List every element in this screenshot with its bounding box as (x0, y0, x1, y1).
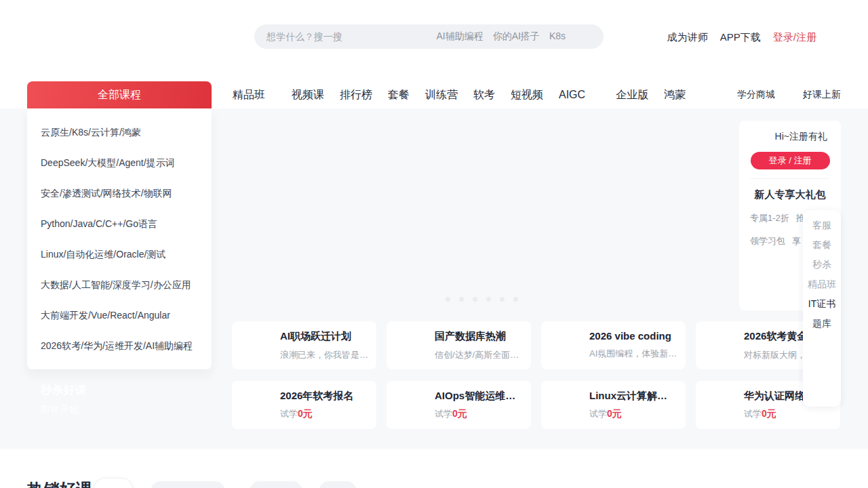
card-title: 国产数据库热潮 (435, 330, 524, 343)
hot-keyword[interactable]: K8s (549, 30, 566, 43)
nav-item[interactable]: 套餐 (388, 88, 410, 102)
divider (751, 178, 829, 179)
page: AI辅助编程 你的AI搭子 K8s 成为讲师 APP下载 登录/注册 全部课程 … (0, 0, 868, 488)
carousel-dot[interactable] (459, 297, 464, 302)
trial-card[interactable]: Linux云计算解… 试学0元 (541, 381, 686, 429)
card-subtitle: AI氛围编程，体验新… (589, 348, 679, 360)
secondary-nav: 学分商城 好课上新 (737, 81, 841, 108)
sidebar-item-cloud-native[interactable]: 云原生/K8s/云计算/鸿蒙 (27, 117, 212, 148)
carousel-dot[interactable] (473, 297, 477, 302)
nav-item[interactable]: 排行榜 (340, 88, 372, 102)
bottom-tab[interactable] (250, 481, 302, 488)
header-links: 成为讲师 APP下载 登录/注册 (667, 31, 816, 44)
course-card-grid: AI职场跃迁计划 浪潮已来，你我皆是… 国产数据库热潮 信创/达梦/高斯全面… … (232, 321, 840, 429)
sidebar-item-frontend[interactable]: 大前端开发/Vue/React/Angular (27, 300, 212, 331)
main-nav: 精品班 视频课 排行榜 套餐 训练营 软考 短视频 AIGC 企业版 鸿蒙 (233, 81, 686, 108)
nav-item[interactable]: 软考 (473, 88, 495, 102)
gift-title: 新人专享大礼包 (739, 188, 841, 201)
login-greeting: Hi~注册有礼 (739, 131, 841, 143)
sidebar-item-deepseek[interactable]: DeepSeek/大模型/Agent/提示词 (27, 148, 212, 178)
card-title: 2026 vibe coding (589, 330, 679, 342)
float-menu-item-premium[interactable]: 精品班 (803, 279, 841, 299)
float-menu-item-it-cert[interactable]: IT证书 (803, 299, 841, 319)
trial-label: 试学 (589, 409, 607, 419)
sidebar-item-softexam[interactable]: 2026软考/华为/运维开发/AI辅助编程 (27, 331, 212, 361)
login-register-button[interactable]: 登录 / 注册 (751, 152, 830, 169)
seckill-title: 秒杀好课 (41, 382, 87, 398)
login-register-link[interactable]: 登录/注册 (773, 31, 816, 44)
nav-item[interactable]: 视频课 (292, 88, 324, 102)
carousel-dot[interactable] (486, 297, 491, 302)
carousel-dot[interactable] (446, 297, 450, 302)
float-menu-item-service[interactable]: 客服 (803, 220, 841, 240)
featured-card[interactable]: AI职场跃迁计划 浪潮已来，你我皆是… (232, 321, 376, 369)
bottom-tab[interactable] (319, 481, 357, 488)
trial-label: 试学 (744, 409, 762, 419)
nav-item[interactable]: AIGC (559, 89, 585, 101)
card-title: Linux云计算解… (589, 390, 679, 403)
trial-price: 0元 (762, 408, 776, 419)
card-subtitle: 信创/达梦/高斯全面… (435, 349, 524, 361)
credit-mall-link[interactable]: 学分商城 (737, 89, 775, 101)
float-menu-item-bundle[interactable]: 套餐 (803, 240, 841, 260)
trial-price: 0元 (298, 408, 313, 419)
nav-item[interactable]: 精品班 (233, 88, 265, 102)
sidebar-item-languages[interactable]: Python/Java/C/C++/Go语言 (27, 209, 212, 239)
sidebar-item-linux[interactable]: Linux/自动化运维/Oracle/测试 (27, 239, 212, 270)
search-bar: AI辅助编程 你的AI搭子 K8s (254, 24, 604, 49)
sidebar-item-security[interactable]: 安全/渗透测试/网络技术/物联网 (27, 178, 212, 209)
hot-keyword[interactable]: 你的AI搭子 (493, 30, 540, 43)
sidebar-item-bigdata[interactable]: 大数据/人工智能/深度学习/办公应用 (27, 270, 212, 300)
become-teacher-link[interactable]: 成为讲师 (667, 31, 708, 44)
float-menu-item-question-bank[interactable]: 题库 (803, 319, 841, 338)
trial-card[interactable]: AIOps智能运维… 试学0元 (387, 381, 531, 429)
benefit-label: 领学习包 (750, 235, 785, 247)
search-input[interactable] (267, 31, 436, 42)
new-courses-link[interactable]: 好课上新 (803, 89, 841, 101)
nav-item[interactable]: 训练营 (425, 88, 458, 102)
card-title: AIOps智能运维… (435, 390, 524, 403)
carousel-dots (446, 297, 518, 302)
hot-courses-heading: 热销好课 (27, 479, 92, 488)
trial-label: 试学 (280, 409, 298, 419)
floating-side-menu: 客服 套餐 秒杀 精品班 IT证书 题库 (803, 210, 841, 407)
benefit-action: 享 (792, 235, 801, 247)
app-download-link[interactable]: APP下载 (720, 31, 761, 44)
bottom-tab-active[interactable] (94, 478, 133, 488)
trial-card[interactable]: 2026年软考报名 试学0元 (232, 381, 376, 429)
nav-item[interactable]: 短视频 (511, 88, 543, 102)
featured-card[interactable]: 国产数据库热潮 信创/达梦/高斯全面… (387, 321, 531, 369)
seckill-countdown: 即将开始:: (41, 404, 87, 416)
benefit-label: 专属1-2折 (750, 212, 789, 224)
seckill-banner: 秒杀好课 即将开始:: (41, 382, 87, 416)
trial-price: 0元 (607, 408, 622, 419)
featured-card[interactable]: 2026 vibe coding AI氛围编程，体验新… (541, 321, 686, 369)
card-title: 2026年软考报名 (280, 390, 370, 403)
float-menu-item-seckill[interactable]: 秒杀 (803, 260, 841, 279)
bottom-tab[interactable] (151, 481, 225, 488)
category-sidebar: 云原生/K8s/云计算/鸿蒙 DeepSeek/大模型/Agent/提示词 安全… (27, 108, 212, 369)
card-subtitle: 浪潮已来，你我皆是… (280, 349, 370, 361)
carousel-dot[interactable] (500, 297, 505, 302)
carousel-dot[interactable] (513, 297, 518, 302)
trial-price: 0元 (452, 408, 467, 419)
search-hot-keywords: AI辅助编程 你的AI搭子 K8s (436, 30, 566, 43)
card-title: AI职场跃迁计划 (280, 330, 370, 343)
hot-keyword[interactable]: AI辅助编程 (436, 30, 483, 43)
nav-item[interactable]: 鸿蒙 (664, 88, 686, 102)
trial-label: 试学 (435, 409, 452, 419)
nav-item[interactable]: 企业版 (616, 88, 648, 102)
all-courses-button[interactable]: 全部课程 (27, 81, 212, 108)
